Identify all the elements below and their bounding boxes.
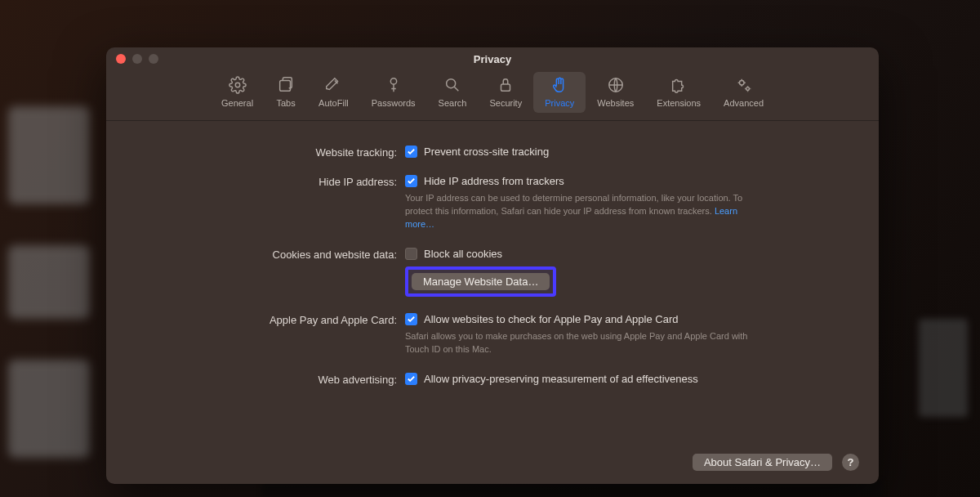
titlebar: Privacy: [106, 47, 879, 70]
minimize-button[interactable]: [132, 54, 142, 64]
svg-rect-4: [501, 84, 510, 91]
tab-tabs[interactable]: Tabs: [265, 72, 307, 113]
checkbox-block-cookies[interactable]: [405, 248, 417, 260]
hand-icon: [550, 75, 569, 95]
help-text-hide-ip: Your IP address can be used to determine…: [405, 192, 756, 231]
key-icon: [384, 75, 403, 95]
label-website-tracking: Website tracking:: [139, 146, 405, 159]
checkbox-label: Prevent cross-site tracking: [424, 146, 549, 158]
preferences-window: Privacy General Tabs AutoFill Passwords: [106, 47, 879, 484]
svg-point-0: [235, 83, 240, 87]
tab-passwords[interactable]: Passwords: [360, 72, 427, 113]
about-safari-privacy-button[interactable]: About Safari & Privacy…: [693, 454, 832, 471]
pencil-icon: [323, 75, 343, 95]
bg-blur-item-right: [919, 319, 968, 417]
label-hide-ip: Hide IP address:: [139, 175, 405, 188]
label-web-advertising: Web advertising:: [139, 373, 405, 386]
label-cookies: Cookies and website data:: [139, 248, 405, 261]
label-apple-pay: Apple Pay and Apple Card:: [139, 313, 405, 326]
window-title: Privacy: [106, 53, 879, 65]
globe-icon: [606, 75, 626, 95]
help-button[interactable]: ?: [842, 454, 859, 471]
tab-autofill[interactable]: AutoFill: [307, 72, 360, 113]
checkbox-label: Hide IP address from trackers: [424, 175, 564, 187]
tab-advanced[interactable]: Advanced: [712, 72, 775, 113]
puzzle-icon: [669, 75, 688, 95]
checkbox-web-advertising[interactable]: [405, 373, 417, 385]
checkbox-apple-pay[interactable]: [405, 313, 417, 325]
footer: About Safari & Privacy… ?: [693, 454, 859, 471]
row-cookies: Cookies and website data: Block all cook…: [139, 248, 846, 297]
tabs-icon: [276, 75, 296, 95]
highlight-box: Manage Website Data…: [405, 266, 556, 297]
lock-icon: [496, 75, 515, 95]
gears-icon: [734, 75, 754, 95]
tab-websites[interactable]: Websites: [586, 72, 645, 113]
checkbox-label: Allow websites to check for Apple Pay an…: [424, 313, 678, 325]
svg-point-6: [739, 81, 744, 86]
manage-website-data-button[interactable]: Manage Website Data…: [412, 273, 550, 290]
tab-privacy[interactable]: Privacy: [533, 72, 586, 113]
close-button[interactable]: [116, 54, 126, 64]
maximize-button[interactable]: [149, 54, 158, 64]
tab-security[interactable]: Security: [478, 72, 533, 113]
content-pane: Website tracking: Prevent cross-site tra…: [106, 121, 879, 484]
svg-point-2: [390, 78, 396, 84]
svg-point-7: [746, 87, 749, 91]
bg-blur-items: [8, 106, 90, 458]
gear-icon: [228, 75, 247, 95]
traffic-lights: [116, 54, 158, 64]
svg-rect-1: [280, 81, 291, 92]
tab-extensions[interactable]: Extensions: [645, 72, 712, 113]
checkbox-hide-ip[interactable]: [405, 175, 417, 187]
tab-search[interactable]: Search: [427, 72, 479, 113]
help-text-apple-pay: Safari allows you to make purchases on t…: [405, 330, 756, 356]
row-apple-pay: Apple Pay and Apple Card: Allow websites…: [139, 313, 846, 356]
checkbox-label: Block all cookies: [424, 248, 502, 260]
svg-point-3: [447, 79, 456, 88]
row-web-advertising: Web advertising: Allow privacy-preservin…: [139, 373, 846, 386]
checkbox-label: Allow privacy-preserving measurement of …: [424, 373, 698, 385]
tab-general[interactable]: General: [210, 72, 265, 113]
row-website-tracking: Website tracking: Prevent cross-site tra…: [139, 146, 846, 159]
search-icon: [443, 75, 462, 95]
row-hide-ip: Hide IP address: Hide IP address from tr…: [139, 175, 846, 231]
checkbox-prevent-cross-site-tracking[interactable]: [405, 146, 417, 158]
preferences-toolbar: General Tabs AutoFill Passwords Search: [106, 70, 879, 121]
